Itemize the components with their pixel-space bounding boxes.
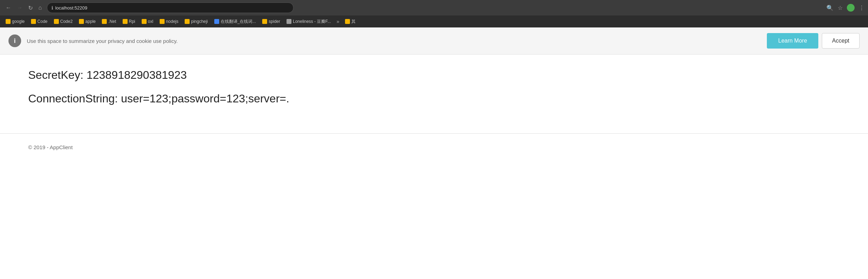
bookmark-code[interactable]: Code — [28, 18, 50, 25]
bookmark-label: nodejs — [166, 19, 178, 24]
bookmark-label: apple — [85, 19, 96, 24]
menu-icon[interactable]: ⋮ — [859, 5, 864, 11]
bookmark-favicon — [262, 19, 267, 24]
cookie-buttons: Learn More Accept — [767, 33, 860, 49]
bookmark-oxl[interactable]: oxl — [139, 18, 156, 25]
main-content: SecretKey: 1238918290381923 ConnectionSt… — [0, 55, 868, 133]
bookmark-label: pingcheji — [191, 19, 208, 24]
bookmark-loneliness[interactable]: Loneliness - 豆瓣F... — [284, 18, 334, 26]
cookie-policy-text: Use this space to summarize your privacy… — [27, 38, 761, 44]
footer: © 2019 - AppClient — [0, 144, 868, 157]
bookmark-label: .Net — [108, 19, 116, 24]
bookmark-icon[interactable]: ☆ — [838, 5, 843, 11]
forward-button[interactable]: → — [15, 3, 25, 12]
zoom-icon[interactable]: 🔍 — [826, 5, 833, 11]
content-divider — [0, 133, 868, 134]
bookmark-dotnet[interactable]: .Net — [99, 18, 119, 25]
bookmark-label: Rpi — [129, 19, 135, 24]
bookmark-code2[interactable]: Code2 — [51, 18, 75, 25]
bookmark-other[interactable]: 其 — [342, 18, 358, 26]
bookmark-label: 在线翻译_在线词... — [221, 19, 256, 25]
bookmark-label: spider — [269, 19, 280, 24]
bookmark-favicon — [185, 19, 190, 24]
toolbar-right: 🔍 ☆ ⋮ — [826, 4, 864, 12]
bookmark-favicon — [31, 19, 36, 24]
bookmark-favicon — [345, 19, 350, 24]
bookmark-favicon — [79, 19, 84, 24]
cookie-info-icon: i — [8, 34, 21, 47]
bookmark-favicon — [287, 19, 291, 24]
bookmark-label: google — [12, 19, 25, 24]
browser-toolbar: ← → ↻ ⌂ ℹ 🔍 ☆ ⋮ — [0, 0, 868, 15]
bookmarks-bar: google Code Code2 apple .Net Rpi oxl no — [0, 15, 868, 27]
address-bar[interactable]: ℹ — [47, 2, 294, 13]
bookmark-favicon — [54, 19, 59, 24]
home-button[interactable]: ⌂ — [36, 3, 44, 12]
profile-avatar[interactable] — [847, 4, 855, 12]
bookmark-favicon — [123, 19, 128, 24]
bookmark-favicon — [102, 19, 107, 24]
bookmark-translate[interactable]: 在线翻译_在线词... — [211, 18, 259, 26]
bookmark-apple[interactable]: apple — [76, 18, 98, 25]
bookmark-favicon — [142, 19, 147, 24]
accept-button[interactable]: Accept — [822, 33, 860, 49]
bookmark-favicon — [214, 19, 219, 24]
footer-text: © 2019 - AppClient — [28, 144, 73, 150]
bookmark-google[interactable]: google — [3, 18, 27, 25]
connection-string-line: ConnectionString: user=123;password=123;… — [28, 92, 840, 105]
bookmark-favicon — [160, 19, 165, 24]
cookie-banner: i Use this space to summarize your priva… — [0, 27, 868, 55]
secret-key-line: SecretKey: 1238918290381923 — [28, 69, 840, 82]
bookmark-label: oxl — [148, 19, 153, 24]
bookmark-spider[interactable]: spider — [259, 18, 283, 25]
url-input[interactable] — [55, 5, 289, 11]
bookmark-pingcheji[interactable]: pingcheji — [182, 18, 210, 25]
nav-buttons: ← → ↻ ⌂ — [4, 3, 44, 13]
browser-chrome: ← → ↻ ⌂ ℹ 🔍 ☆ ⋮ google Code Code2 — [0, 0, 868, 27]
bookmark-nodejs[interactable]: nodejs — [157, 18, 181, 25]
page-content: i Use this space to summarize your priva… — [0, 27, 868, 279]
learn-more-button[interactable]: Learn More — [767, 33, 818, 49]
back-button[interactable]: ← — [4, 3, 13, 12]
more-bookmarks-button[interactable]: » — [334, 18, 341, 25]
bookmark-label: 其 — [351, 19, 356, 25]
security-icon: ℹ — [51, 5, 53, 11]
reload-button[interactable]: ↻ — [26, 3, 35, 13]
bookmark-label: Code2 — [60, 19, 73, 24]
bookmark-favicon — [6, 19, 11, 24]
bookmark-label: Code — [37, 19, 48, 24]
bookmark-label: Loneliness - 豆瓣F... — [293, 19, 331, 25]
bookmark-rpi[interactable]: Rpi — [120, 18, 138, 25]
